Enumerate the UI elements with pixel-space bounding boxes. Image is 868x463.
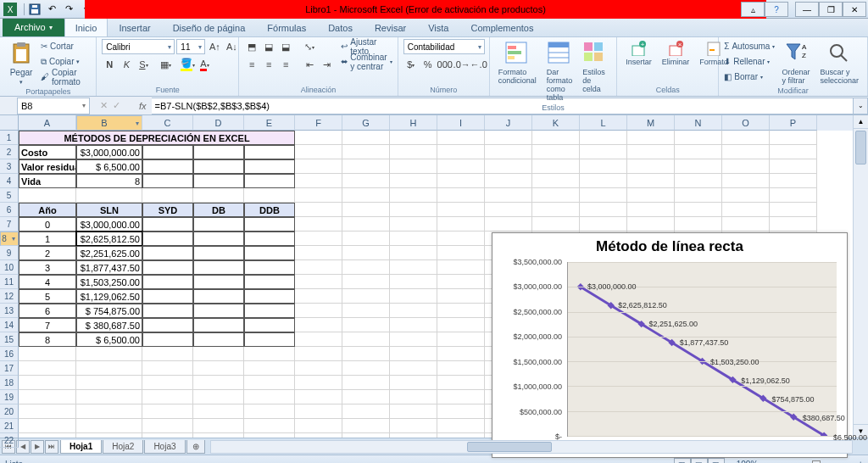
cell-L5[interactable] [580, 188, 627, 203]
cell-C17[interactable] [142, 361, 193, 376]
cell-G11[interactable] [342, 275, 390, 289]
row-header-14[interactable]: 14 [0, 318, 19, 332]
redo-icon[interactable]: ↷ [62, 3, 75, 16]
cell-I19[interactable] [437, 390, 485, 404]
cell-G8[interactable] [342, 232, 390, 246]
cell-B15[interactable]: $ 6,500.00 [76, 332, 142, 347]
cell-F3[interactable] [295, 159, 342, 174]
fx-cancel-icon[interactable]: ✕ [100, 100, 108, 111]
cell-F5[interactable] [295, 188, 342, 203]
cell-I15[interactable] [437, 332, 485, 347]
cell-M7[interactable] [627, 217, 675, 232]
cell-A8[interactable]: 1 [19, 232, 76, 246]
cell-I1[interactable] [437, 131, 485, 145]
cell-A12[interactable]: 5 [19, 289, 76, 304]
cell-E2[interactable] [244, 145, 295, 159]
cell-D20[interactable] [193, 404, 244, 419]
cell-N3[interactable] [675, 159, 722, 174]
font-color-icon[interactable]: A▾ [197, 57, 212, 72]
cell-C2[interactable] [142, 145, 193, 159]
cell-B19[interactable] [76, 390, 142, 404]
increase-decimal-icon[interactable]: .0→ [454, 57, 470, 72]
row-header-9[interactable]: 9 [0, 246, 19, 260]
cell-P7[interactable] [770, 217, 817, 232]
cell-G16[interactable] [342, 347, 390, 361]
chart[interactable]: Método de línea recta $-$500,000.00$1,00… [492, 232, 848, 458]
cell-D22[interactable] [193, 433, 244, 438]
cell-A15[interactable]: 8 [19, 332, 76, 347]
cell-A1[interactable]: MÉTODOS DE DEPRECIACIÓN EN EXCEL [19, 131, 295, 145]
cell-I5[interactable] [437, 188, 485, 203]
cell-C5[interactable] [142, 188, 193, 203]
tab-diseno[interactable]: Diseño de página [162, 18, 257, 36]
cell-E3[interactable] [244, 159, 295, 174]
cell-F9[interactable] [295, 246, 342, 260]
cell-G6[interactable] [342, 203, 390, 217]
cell-G22[interactable] [342, 433, 390, 438]
cell-L4[interactable] [580, 174, 627, 188]
cell-C6[interactable]: SYD [142, 203, 193, 217]
cell-B13[interactable]: $ 754,875.00 [76, 304, 142, 318]
cell-J7[interactable] [485, 217, 532, 232]
row-header-21[interactable]: 21 [0, 419, 19, 433]
font-select[interactable]: Calibri [102, 39, 175, 54]
cell-O3[interactable] [722, 159, 770, 174]
row-header-10[interactable]: 10 [0, 260, 19, 275]
col-header-J[interactable]: J [485, 115, 532, 131]
cell-L6[interactable] [580, 203, 627, 217]
cell-E12[interactable] [244, 289, 295, 304]
row-header-7[interactable]: 7 [0, 217, 19, 232]
cell-D5[interactable] [193, 188, 244, 203]
row-header-17[interactable]: 17 [0, 361, 19, 376]
align-left-icon[interactable]: ≡ [244, 57, 259, 72]
fill-color-icon[interactable]: 🪣▾ [180, 57, 195, 72]
col-header-I[interactable]: I [437, 115, 485, 131]
cell-C22[interactable] [142, 433, 193, 438]
cell-F10[interactable] [295, 260, 342, 275]
cell-C16[interactable] [142, 347, 193, 361]
cell-A11[interactable]: 4 [19, 275, 76, 289]
row-header-1[interactable]: 1 [0, 131, 19, 145]
new-sheet-button[interactable]: ⊕ [186, 440, 205, 454]
help-icon[interactable]: ? [765, 2, 788, 17]
cell-H14[interactable] [390, 318, 437, 332]
cell-G5[interactable] [342, 188, 390, 203]
merge-center-button[interactable]: ⬌Combinar y centrar▾ [341, 54, 392, 69]
view-normal-icon[interactable]: ▦ [674, 458, 691, 464]
cell-A9[interactable]: 2 [19, 246, 76, 260]
col-header-N[interactable]: N [675, 115, 722, 131]
cell-L2[interactable] [580, 145, 627, 159]
cell-H17[interactable] [390, 361, 437, 376]
cell-C9[interactable] [142, 246, 193, 260]
copy-button[interactable]: ⧉Copiar▾ [41, 54, 91, 69]
cell-C10[interactable] [142, 260, 193, 275]
cell-P5[interactable] [770, 188, 817, 203]
cell-H1[interactable] [390, 131, 437, 145]
cell-P3[interactable] [770, 159, 817, 174]
cell-H6[interactable] [390, 203, 437, 217]
cell-E4[interactable] [244, 174, 295, 188]
cell-I18[interactable] [437, 376, 485, 390]
cell-C19[interactable] [142, 390, 193, 404]
cell-A16[interactable] [19, 347, 76, 361]
cell-I4[interactable] [437, 174, 485, 188]
cell-N5[interactable] [675, 188, 722, 203]
cell-H9[interactable] [390, 246, 437, 260]
insert-cell-button[interactable]: +Insertar [622, 39, 655, 68]
cell-H11[interactable] [390, 275, 437, 289]
cell-M1[interactable] [627, 131, 675, 145]
cell-E18[interactable] [244, 376, 295, 390]
cell-F16[interactable] [295, 347, 342, 361]
cell-G10[interactable] [342, 260, 390, 275]
file-tab[interactable]: Archivo [3, 18, 64, 36]
cell-F17[interactable] [295, 361, 342, 376]
cell-D7[interactable] [193, 217, 244, 232]
cell-H16[interactable] [390, 347, 437, 361]
cell-G14[interactable] [342, 318, 390, 332]
cell-F4[interactable] [295, 174, 342, 188]
cell-B22[interactable] [76, 433, 142, 438]
cell-I17[interactable] [437, 361, 485, 376]
cell-C3[interactable] [142, 159, 193, 174]
col-header-O[interactable]: O [722, 115, 770, 131]
minimize-btn[interactable]: — [795, 2, 819, 17]
